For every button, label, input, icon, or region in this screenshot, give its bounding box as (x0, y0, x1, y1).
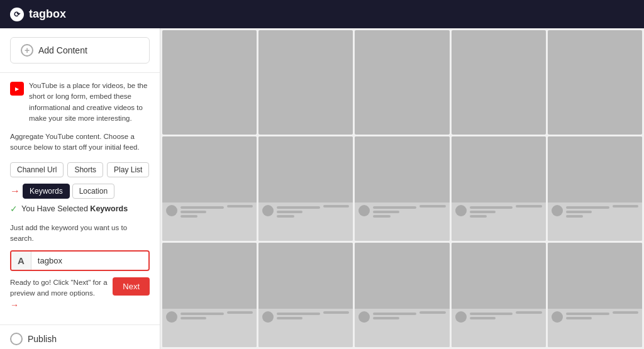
content-card (452, 243, 546, 347)
card-image (355, 30, 449, 135)
add-content-circle-icon: + (21, 44, 33, 57)
font-size-icon: A (11, 252, 31, 270)
selected-text: You Have Selected Keywords (21, 204, 128, 213)
card-image (548, 30, 642, 135)
card-image (162, 30, 257, 135)
card-line-end (227, 205, 253, 208)
selected-badge: ✓ You Have Selected Keywords (10, 200, 150, 218)
publish-section: Publish (0, 324, 160, 350)
content-card (548, 30, 642, 135)
card-line (470, 215, 487, 218)
card-info (452, 202, 546, 241)
yt-description-text: YouTube is a place for videos, be the sh… (29, 80, 150, 124)
add-content-section: + Add Content (0, 28, 160, 73)
card-lines (566, 311, 609, 319)
card-line (566, 317, 592, 319)
channel-url-button[interactable]: Channel Url (10, 162, 64, 177)
card-line (277, 215, 294, 218)
card-avatar (455, 205, 467, 216)
content-card (452, 30, 546, 135)
card-info (162, 309, 257, 347)
card-lines (180, 205, 224, 218)
card-info (548, 309, 642, 347)
card-line (566, 215, 583, 218)
card-line (277, 206, 320, 209)
card-lines (373, 311, 416, 319)
card-image (162, 243, 257, 309)
content-card (162, 30, 257, 135)
card-avatar (166, 311, 177, 323)
aggregate-text: Aggregate YouTube content. Choose a sour… (10, 131, 150, 153)
card-line (566, 211, 592, 213)
card-line (277, 211, 303, 213)
add-content-button[interactable]: + Add Content (10, 37, 150, 64)
next-red-arrow-icon: → (10, 300, 19, 310)
card-image (162, 136, 257, 202)
content-card (548, 243, 642, 347)
content-card (355, 30, 449, 135)
youtube-icon (10, 82, 24, 96)
logo-text: tagbox (29, 8, 66, 21)
keyword-input[interactable] (31, 252, 150, 269)
next-hint-text: Ready to go! Click "Next" for a preview … (10, 277, 108, 299)
yt-description-block: YouTube is a place for videos, be the sh… (10, 80, 150, 124)
card-avatar (358, 205, 370, 216)
play-list-button[interactable]: Play List (107, 162, 149, 177)
card-lines (180, 311, 224, 319)
card-line (470, 206, 513, 209)
card-line (180, 206, 224, 209)
check-icon: ✓ (10, 204, 18, 214)
app-header: ⟳ tagbox (0, 0, 644, 28)
card-line (470, 313, 513, 315)
card-lines (566, 205, 609, 218)
card-image (258, 243, 353, 309)
card-line (373, 215, 391, 218)
publish-circle-icon (10, 333, 23, 345)
location-button[interactable]: Location (72, 184, 114, 199)
card-line (180, 317, 206, 319)
add-content-label: Add Content (38, 45, 87, 55)
main-layout: + Add Content YouTube is a place for vid… (0, 28, 644, 349)
card-line (470, 211, 496, 213)
next-section: Ready to go! Click "Next" for a preview … (10, 277, 150, 311)
card-image (355, 243, 449, 309)
shorts-button[interactable]: Shorts (67, 162, 103, 177)
card-line-end (323, 311, 349, 314)
card-line-end (419, 205, 445, 208)
card-line (373, 206, 416, 209)
card-avatar (166, 205, 177, 216)
content-card (258, 30, 353, 135)
card-line-end (227, 311, 253, 314)
card-info (258, 202, 353, 241)
sidebar-youtube-content: YouTube is a place for videos, be the sh… (0, 73, 160, 324)
card-line (277, 313, 320, 315)
card-info (548, 202, 642, 241)
card-image (548, 243, 642, 309)
card-line (373, 211, 399, 213)
just-add-text: Just add the keyword you want us to sear… (10, 223, 150, 245)
next-button[interactable]: Next (113, 277, 150, 296)
card-avatar (552, 205, 563, 216)
card-line (180, 313, 224, 315)
card-line (277, 317, 303, 319)
card-image (548, 136, 642, 202)
card-avatar (262, 205, 274, 216)
card-line-end (613, 205, 638, 208)
card-image (452, 30, 546, 135)
card-line (566, 206, 609, 209)
card-line (180, 215, 197, 218)
content-card (548, 136, 642, 241)
card-info (162, 202, 257, 241)
card-info (452, 309, 546, 347)
card-lines (277, 311, 320, 319)
content-grid (160, 28, 644, 349)
card-image (452, 136, 546, 202)
card-info (355, 202, 449, 241)
card-avatar (262, 311, 274, 323)
card-line (180, 211, 206, 213)
card-line (566, 313, 609, 315)
keywords-button[interactable]: Keywords (23, 184, 70, 199)
card-image (355, 136, 449, 202)
logo: ⟳ tagbox (10, 8, 66, 21)
content-card (452, 136, 546, 241)
